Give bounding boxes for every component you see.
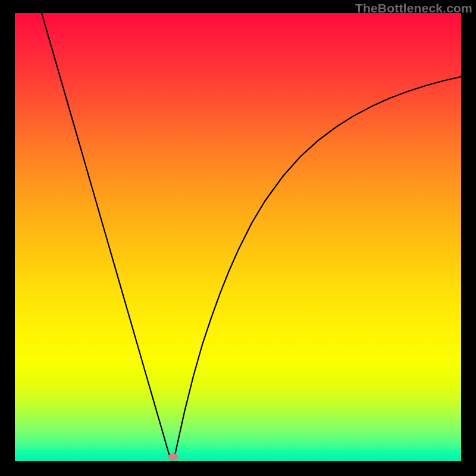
plot-area (15, 13, 461, 461)
frame-border-right (461, 0, 476, 476)
chart-svg (15, 13, 461, 461)
optimal-marker (168, 453, 178, 460)
frame-border-bottom (0, 461, 476, 476)
bottleneck-curve (42, 13, 461, 459)
chart-frame: TheBottleneck.com (0, 0, 476, 476)
frame-border-left (0, 0, 15, 476)
watermark-text: TheBottleneck.com (355, 1, 472, 15)
